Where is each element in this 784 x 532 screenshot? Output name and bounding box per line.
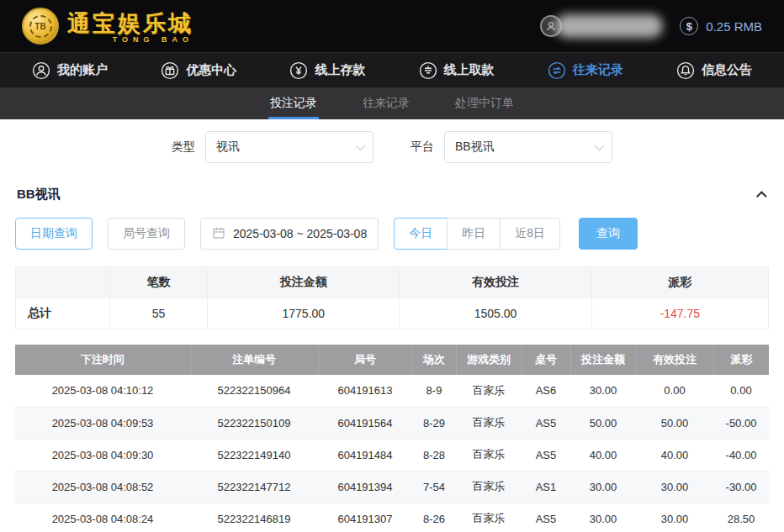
cell-round-id: 604191394 [318,471,412,503]
cell-bet-amount-link[interactable]: 30.00 [570,471,636,503]
cell-bet-amount-link[interactable]: 30.00 [570,375,636,407]
chevron-down-icon [356,141,365,150]
chevron-down-icon [595,141,604,150]
cell-table-no: AS1 [522,471,570,503]
round-query-button[interactable]: 局号查询 [108,218,185,250]
platform-select-value: BB视讯 [455,140,495,155]
nav-item-label: 我的账户 [57,62,108,78]
cell-table-no: AS5 [522,439,570,471]
cell-round-id: 604191564 [318,407,412,439]
col-game-type: 游戏类别 [456,345,522,375]
col-table-no: 桌号 [522,345,570,375]
cell-game-type: 百家乐 [456,439,522,471]
cell-order-id: 522322147712 [190,471,318,503]
summary-header-payout: 派彩 [591,267,768,298]
collapse-chevron-up-icon[interactable] [756,191,767,202]
cell-bet-time: 2025-03-08 04:08:52 [15,471,190,503]
nav-item-deposit[interactable]: 线上存款 [289,61,365,80]
cell-payout: -40.00 [713,439,769,471]
tab-pending-orders[interactable]: 处理中订单 [453,87,516,119]
section-head: BB视讯 [0,187,784,203]
type-filter-label: 类型 [172,140,195,155]
deposit-coin-icon [289,61,308,80]
user-icon [32,61,50,80]
cell-order-id: 522322150964 [190,375,318,407]
col-session: 场次 [412,345,456,375]
brand-title: 通宝娱乐城 [67,8,193,39]
balance-display[interactable]: $ 0.25 RMB [680,17,762,35]
bell-icon [676,61,695,80]
date-range-input[interactable]: 2025-03-08 ~ 2025-03-08 [200,218,379,250]
summary-table: 笔数 投注金额 有效投注 派彩 总计 55 1775.00 1505.00 -1… [15,266,769,329]
chip-badge-label: TB [29,15,52,38]
platform-select[interactable]: BB视讯 [444,131,612,163]
cell-bet-amount-link[interactable]: 30.00 [570,503,636,532]
bet-records-table: 下注时间 注单编号 局号 场次 游戏类别 桌号 投注金额 有效投注 派彩 202… [15,345,769,532]
nav-item-withdraw[interactable]: 线上取款 [419,61,495,80]
cell-table-no: AS5 [522,407,570,439]
cell-order-id: 522322146819 [190,503,318,532]
summary-header-count: 笔数 [109,267,207,298]
top-header: TB 通宝娱乐城 TONG BAO $ 0.25 RMB [0,0,784,52]
cell-session: 7-54 [412,471,456,503]
quick-range-group: 今日 昨日 近8日 [394,218,560,250]
main-nav: 我的账户 优惠中心 线上存款 线上取款 [0,52,784,87]
gift-icon [161,61,179,80]
user-account-area[interactable] [540,12,663,40]
summary-total-row: 总计 55 1775.00 1505.00 -147.75 [16,298,769,329]
cell-bet-time: 2025-03-08 04:09:30 [15,439,190,471]
nav-item-label: 往来记录 [573,62,623,78]
cell-order-id: 522322149140 [190,439,318,471]
calendar-icon [212,226,225,242]
table-row: 2025-03-08 04:08:24 522322146819 6041913… [15,503,769,532]
nav-item-announcements[interactable]: 信息公告 [676,61,752,80]
cell-game-type: 百家乐 [456,375,522,407]
nav-item-label: 线上存款 [315,62,365,78]
type-select-value: 视讯 [216,140,240,155]
redacted-username [555,14,663,38]
cell-session: 8-26 [412,503,456,532]
cell-session: 8-28 [412,439,456,471]
cell-payout: 28.50 [713,503,769,532]
table-row: 2025-03-08 04:09:30 522322149140 6041914… [15,439,769,471]
cell-valid-bet: 0.00 [636,375,713,407]
table-header-row: 下注时间 注单编号 局号 场次 游戏类别 桌号 投注金额 有效投注 派彩 [15,345,769,375]
cell-round-id: 604191613 [318,375,412,407]
nav-item-my-account[interactable]: 我的账户 [32,61,108,80]
date-query-button[interactable]: 日期查询 [15,218,93,250]
summary-header-valid-bet: 有效投注 [400,267,591,298]
filter-row: 类型 视讯 平台 BB视讯 [0,131,784,163]
cell-session: 8-29 [412,407,456,439]
brand-subtitle: TONG BAO [113,35,193,44]
cell-bet-time: 2025-03-08 04:08:24 [15,503,190,532]
cell-valid-bet: 40.00 [636,439,713,471]
search-button[interactable]: 查询 [579,218,638,250]
summary-header-empty [16,267,110,298]
tab-bet-records[interactable]: 投注记录 [268,87,319,119]
brand-logo[interactable]: TB 通宝娱乐城 TONG BAO [22,8,193,45]
tab-transfer-records[interactable]: 往来记录 [361,87,411,119]
cell-game-type: 百家乐 [456,407,522,439]
cell-table-no: AS6 [522,375,570,407]
query-toolbar: 日期查询 局号查询 2025-03-08 ~ 2025-03-08 今日 昨日 … [0,218,784,250]
nav-item-promotions[interactable]: 优惠中心 [161,61,236,80]
yesterday-button[interactable]: 昨日 [447,218,501,250]
summary-header-row: 笔数 投注金额 有效投注 派彩 [16,267,769,298]
last-8-days-button[interactable]: 近8日 [500,218,560,250]
cell-bet-amount-link[interactable]: 50.00 [570,407,636,439]
col-round-id: 局号 [318,345,412,375]
table-row: 2025-03-08 04:10:12 522322150964 6041916… [15,375,769,407]
nav-item-records[interactable]: 往来记录 [548,61,623,80]
cell-game-type: 百家乐 [456,471,522,503]
cell-bet-amount-link[interactable]: 40.00 [570,439,636,471]
type-select[interactable]: 视讯 [205,131,373,163]
col-order-id: 注单编号 [190,345,318,375]
bet-records-table-wrap: 下注时间 注单编号 局号 场次 游戏类别 桌号 投注金额 有效投注 派彩 202… [0,345,784,532]
today-button[interactable]: 今日 [394,218,448,250]
summary-table-wrap: 笔数 投注金额 有效投注 派彩 总计 55 1775.00 1505.00 -1… [0,266,784,329]
casino-chip-icon: TB [22,8,59,45]
cell-valid-bet: 50.00 [636,407,713,439]
col-bet-amount: 投注金额 [570,345,636,375]
cell-valid-bet: 30.00 [636,503,713,532]
table-row: 2025-03-08 04:08:52 522322147712 6041913… [15,471,769,503]
